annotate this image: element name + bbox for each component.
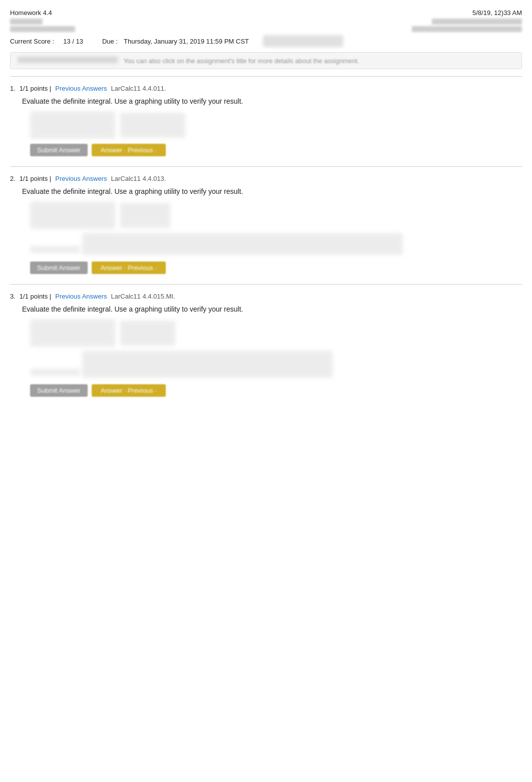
q3-points: 1/1 points |: [20, 293, 51, 300]
q3-text: Evaluate the definite integral. Use a gr…: [22, 305, 522, 313]
q2-source: LarCalc11 4.4.013.: [111, 175, 166, 182]
question-3: 3. 1/1 points | Previous Answers LarCalc…: [10, 284, 522, 407]
q2-work-image: [82, 233, 403, 255]
q2-answer-button[interactable]: Answer · Previous ·: [92, 262, 166, 274]
top-bar: Homework 4.4 5/8/19, 12)33 AM: [10, 5, 522, 19]
q1-number: 1.: [10, 85, 16, 92]
q1-math-area: [30, 111, 522, 139]
q1-submit-button[interactable]: Submit Answer: [30, 144, 88, 156]
notice-text: You can also click on the assignment's t…: [124, 57, 359, 65]
score-label: Current Score :: [10, 38, 54, 45]
q3-work-image: [82, 351, 333, 378]
q1-answer-image: [120, 113, 185, 138]
q1-button-row: Submit Answer Answer · Previous ·: [30, 144, 522, 156]
question-1-header: 1. 1/1 points | Previous Answers LarCalc…: [10, 85, 522, 92]
q1-text: Evaluate the definite integral. Use a gr…: [22, 97, 522, 105]
q1-integral-image: [30, 111, 115, 139]
question-1: 1. 1/1 points | Previous Answers LarCalc…: [10, 76, 522, 166]
q3-button-row: Submit Answer Answer · Previous ·: [30, 384, 522, 397]
q2-submit-button[interactable]: Submit Answer: [30, 262, 88, 274]
q3-answer-label-blurred: [30, 369, 80, 376]
q1-answer-button[interactable]: Answer · Previous ·: [92, 144, 166, 156]
user-info-left: [10, 19, 75, 32]
q2-math-area: [30, 201, 522, 256]
q3-integral-image: [30, 319, 115, 347]
question-2: 2. 1/1 points | Previous Answers LarCalc…: [10, 166, 522, 284]
score-value: 13 / 13: [63, 38, 83, 45]
q1-source: LarCalc11 4.4.011.: [111, 85, 166, 92]
q1-previous-answers-link[interactable]: Previous Answers: [55, 85, 107, 92]
q3-previous-answers-link[interactable]: Previous Answers: [55, 293, 107, 300]
due-label: Due :: [102, 38, 118, 45]
q2-integral-image: [30, 201, 115, 229]
q2-answer-label-blurred: [30, 246, 80, 253]
question-2-header: 2. 1/1 points | Previous Answers LarCalc…: [10, 175, 522, 182]
page-title: Homework 4.4: [10, 9, 52, 17]
q3-submit-button[interactable]: Submit Answer: [30, 384, 88, 397]
q2-answer-image: [120, 203, 170, 228]
user-info-right: [412, 19, 522, 32]
q2-text: Evaluate the definite integral. Use a gr…: [22, 187, 522, 195]
notice-text-blurred: [18, 57, 118, 63]
score-row: Current Score : 13 / 13 Due : Thursday, …: [10, 35, 522, 47]
q3-answer-button[interactable]: Answer · Previous ·: [92, 384, 166, 397]
page-wrapper: Homework 4.4 5/8/19, 12)33 AM Current Sc…: [0, 0, 532, 412]
question-3-header: 3. 1/1 points | Previous Answers LarCalc…: [10, 293, 522, 300]
q3-math-area: [30, 319, 522, 379]
q3-number: 3.: [10, 293, 16, 300]
due-value: Thursday, January 31, 2019 11:59 PM CST: [124, 38, 249, 45]
q2-number: 2.: [10, 175, 16, 182]
q3-answer-image: [120, 321, 175, 346]
q2-previous-answers-link[interactable]: Previous Answers: [55, 175, 107, 182]
q2-button-row: Submit Answer Answer · Previous ·: [30, 262, 522, 274]
q1-points: 1/1 points |: [20, 85, 51, 92]
page-timestamp: 5/8/19, 12)33 AM: [472, 9, 522, 17]
header-blurred-controls: [263, 35, 343, 47]
notice-bar: You can also click on the assignment's t…: [10, 52, 522, 69]
q3-source: LarCalc11 4.4.015.MI.: [111, 293, 175, 300]
q2-points: 1/1 points |: [20, 175, 51, 182]
